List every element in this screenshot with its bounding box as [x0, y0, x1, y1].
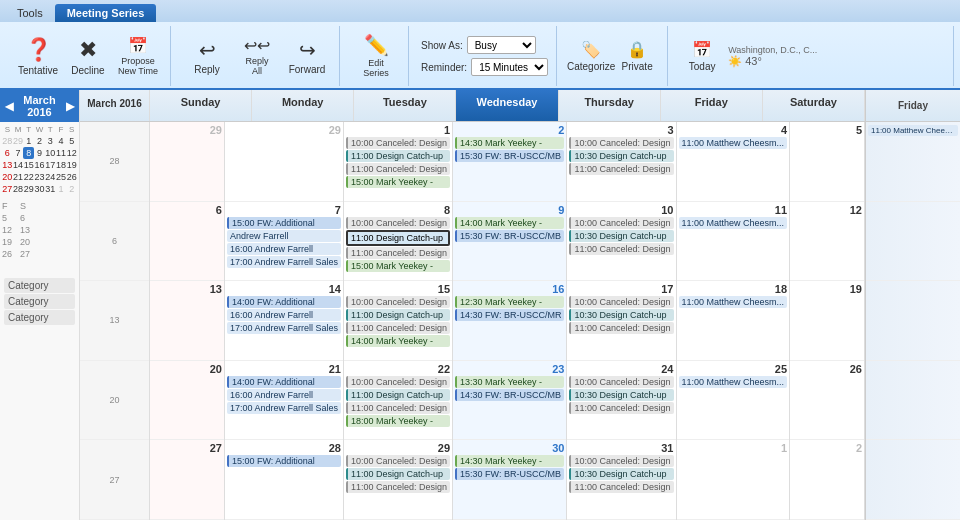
mini-day-15[interactable]: 15	[23, 159, 34, 171]
event-fw-br-w1[interactable]: 15:30 FW: BR-USCC/MB	[455, 150, 564, 162]
event-catchup-th2[interactable]: 10:30 Design Catch-up	[569, 230, 673, 242]
event-cancel2-th4[interactable]: 11:00 Canceled: Design	[569, 402, 673, 414]
event-cancel-th2[interactable]: 10:00 Canceled: Design	[569, 217, 673, 229]
cell-fri-w4[interactable]: 25 11:00 Matthew Cheesm...	[677, 361, 790, 441]
event-cancel2-th1[interactable]: 11:00 Canceled: Design	[569, 163, 673, 175]
category-2[interactable]: Category	[4, 294, 75, 309]
event-matthew-f1[interactable]: 11:00 Matthew Cheesm...	[679, 137, 788, 149]
mini-day-2[interactable]: 2	[34, 135, 45, 147]
right-cell-3[interactable]	[866, 281, 960, 361]
category-1[interactable]: Category	[4, 278, 75, 293]
mini-day-10[interactable]: 10	[45, 147, 56, 159]
event-cancel-design-t1[interactable]: 10:00 Canceled: Design	[346, 137, 450, 149]
mini-day-16[interactable]: 16	[34, 159, 45, 171]
event-matthew-f3[interactable]: 11:00 Matthew Cheesm...	[679, 296, 788, 308]
mini-day-22[interactable]: 22	[23, 171, 34, 183]
reply-button[interactable]: ↩ Reply	[183, 30, 231, 82]
decline-button[interactable]: ✖ Decline	[64, 30, 112, 82]
mini-day-23[interactable]: 23	[34, 171, 45, 183]
event-cancel-design2-t1[interactable]: 11:00 Canceled: Design	[346, 163, 450, 175]
cell-thu-w4[interactable]: 24 10:00 Canceled: Design 10:30 Design C…	[567, 361, 675, 441]
private-button[interactable]: 🔒 Private	[615, 30, 659, 82]
event-cancel2-t4[interactable]: 11:00 Canceled: Design	[346, 402, 450, 414]
event-catchup-th4[interactable]: 10:30 Design Catch-up	[569, 389, 673, 401]
right-cell-5[interactable]	[866, 440, 960, 520]
event-mark-w3[interactable]: 12:30 Mark Yeekey -	[455, 296, 564, 308]
mini-day-18[interactable]: 18	[56, 159, 67, 171]
mini-day-29prev[interactable]: 29	[13, 135, 24, 147]
event-cancel-th3[interactable]: 10:00 Canceled: Design	[569, 296, 673, 308]
event-farrell2-w2[interactable]: 16:00 Andrew Farrell	[227, 243, 341, 255]
cell-mon-w1[interactable]: 29	[225, 122, 343, 202]
cell-tue-w3[interactable]: 15 10:00 Canceled: Design 11:00 Design C…	[344, 281, 452, 361]
event-catchup-th3[interactable]: 10:30 Design Catch-up	[569, 309, 673, 321]
event-matthew-f4[interactable]: 11:00 Matthew Cheesm...	[679, 376, 788, 388]
forward-button[interactable]: ↪ Forward	[283, 30, 331, 82]
event-farrell4-w4[interactable]: 16:00 Andrew Farrell	[227, 389, 341, 401]
event-cancel-th1[interactable]: 10:00 Canceled: Design	[569, 137, 673, 149]
event-fw-br-w2[interactable]: 15:30 FW: BR-USCC/MB	[455, 230, 564, 242]
edit-series-button[interactable]: ✏️ EditSeries	[352, 30, 400, 82]
week-13[interactable]: 13	[80, 281, 149, 361]
cell-mon-w3[interactable]: 14 14:00 FW: Additional 16:00 Andrew Far…	[225, 281, 343, 361]
event-catchup-t4[interactable]: 11:00 Design Catch-up	[346, 389, 450, 401]
event-cancel-t3[interactable]: 10:00 Canceled: Design	[346, 296, 450, 308]
event-design-catchup-t1[interactable]: 11:00 Design Catch-up	[346, 150, 450, 162]
cell-mon-w4[interactable]: 21 14:00 FW: Additional 16:00 Andrew Far…	[225, 361, 343, 441]
cell-sun-w2[interactable]: 6	[150, 202, 224, 282]
event-cancel-t4[interactable]: 10:00 Canceled: Design	[346, 376, 450, 388]
mini-day-17[interactable]: 17	[45, 159, 56, 171]
event-cancel2-th5[interactable]: 11:00 Canceled: Design	[569, 481, 673, 493]
event-mark-w2[interactable]: 14:00 Mark Yeekey -	[455, 217, 564, 229]
week-20[interactable]: 20	[80, 361, 149, 441]
cell-sun-w5[interactable]: 27	[150, 440, 224, 520]
mini-day-28[interactable]: 28	[13, 183, 24, 195]
event-mark-t1[interactable]: 15:00 Mark Yeekey -	[346, 176, 450, 188]
mini-day-1next[interactable]: 1	[56, 183, 67, 195]
cell-sat-w2[interactable]: 12	[790, 202, 864, 282]
mini-day-20[interactable]: 20	[2, 171, 13, 183]
cell-sat-w4[interactable]: 26	[790, 361, 864, 441]
week-28[interactable]: 28	[80, 122, 149, 202]
event-cancel-t2[interactable]: 10:00 Canceled: Design	[346, 217, 450, 229]
tentative-button[interactable]: ❓ Tentative	[14, 30, 62, 82]
mini-cal-next[interactable]: ▶	[63, 100, 77, 113]
mini-day-30[interactable]: 30	[34, 183, 45, 195]
event-catchup-t3[interactable]: 11:00 Design Catch-up	[346, 309, 450, 321]
event-farrell-w2[interactable]: Andrew Farrell	[227, 230, 341, 242]
week-27[interactable]: 27	[80, 440, 149, 520]
mini-day-11[interactable]: 11	[56, 147, 67, 159]
categorize-button[interactable]: 🏷️ Categorize	[569, 30, 613, 82]
mini-day-9[interactable]: 9	[34, 147, 45, 159]
event-fw-add-w2[interactable]: 15:00 FW: Additional	[227, 217, 341, 229]
event-mark-w4[interactable]: 13:30 Mark Yeekey -	[455, 376, 564, 388]
event-cancel2-t2[interactable]: 11:00 Canceled: Design	[346, 247, 450, 259]
cell-sun-w3[interactable]: 13	[150, 281, 224, 361]
cell-tue-w5[interactable]: 29 10:00 Canceled: Design 11:00 Design C…	[344, 440, 452, 520]
mini-day-2next[interactable]: 2	[66, 183, 77, 195]
mini-day-21[interactable]: 21	[13, 171, 24, 183]
mini-day-1[interactable]: 1	[23, 135, 34, 147]
event-farrell3-w3[interactable]: 16:00 Andrew Farrell	[227, 309, 341, 321]
event-mark-t3[interactable]: 14:00 Mark Yeekey -	[346, 335, 450, 347]
right-cell-2[interactable]	[866, 202, 960, 282]
event-catchup-th5[interactable]: 10:30 Design Catch-up	[569, 468, 673, 480]
tab-meeting-series[interactable]: Meeting Series	[55, 4, 157, 22]
cell-wed-w1[interactable]: 2 14:30 Mark Yeekey - 15:30 FW: BR-USCC/…	[453, 122, 566, 202]
cell-wed-w3[interactable]: 16 12:30 Mark Yeekey - 14:30 FW: BR-USCC…	[453, 281, 566, 361]
event-farrell-sales-w4[interactable]: 17:00 Andrew Farrell Sales	[227, 402, 341, 414]
mini-day-25[interactable]: 25	[56, 171, 67, 183]
cell-sat-w3[interactable]: 19	[790, 281, 864, 361]
propose-new-time-button[interactable]: 📅 ProposeNew Time	[114, 30, 162, 82]
event-mark-t4[interactable]: 18:00 Mark Yeekey -	[346, 415, 450, 427]
event-cancel2-th3[interactable]: 11:00 Canceled: Design	[569, 322, 673, 334]
cell-thu-w1[interactable]: 3 10:00 Canceled: Design 10:30 Design Ca…	[567, 122, 675, 202]
mini-day-28prev[interactable]: 28	[2, 135, 13, 147]
cell-fri-w1[interactable]: 4 11:00 Matthew Cheesm...	[677, 122, 790, 202]
cell-wed-w5[interactable]: 30 14:30 Mark Yeekey - 15:30 FW: BR-USCC…	[453, 440, 566, 520]
category-3[interactable]: Category	[4, 310, 75, 325]
cell-fri-w5[interactable]: 1	[677, 440, 790, 520]
event-fw-add-w4[interactable]: 14:00 FW: Additional	[227, 376, 341, 388]
right-cell-4[interactable]	[866, 361, 960, 441]
event-mark-w5[interactable]: 14:30 Mark Yeekey -	[455, 455, 564, 467]
